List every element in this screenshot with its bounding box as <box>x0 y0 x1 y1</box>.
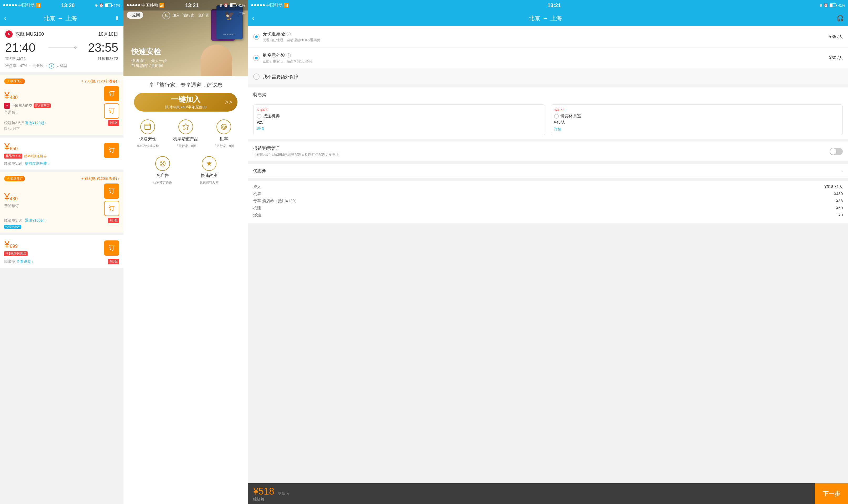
ticket-remain-1: 剩3张 <box>108 120 119 126</box>
special-link-1[interactable]: 详情 <box>257 127 542 131</box>
ticket-meta-3: 经济舱3.5折 退改¥100起 › 剩3张 <box>4 218 119 223</box>
option-title-text-2: 航空意外险 <box>263 52 285 58</box>
option-info-icon-1[interactable]: i <box>287 32 291 36</box>
option-row-2[interactable]: 航空意外险 i 让出行更安心，最高享320万保障 ¥30 /人 <box>248 48 848 69</box>
ticket-meta-2: 经济舱5.2折 提前改期免费 › <box>4 161 119 166</box>
svg-line-9 <box>224 127 225 127</box>
ticket-tags-2: 礼品卡 ¥40 赠¥90接送机券 <box>4 154 47 159</box>
price-row-fuel: 燃油 ¥0 <box>253 213 843 218</box>
option-circle-1[interactable] <box>253 34 260 40</box>
svg-marker-4 <box>183 124 189 130</box>
aircraft-circle[interactable]: ✈ <box>49 63 54 69</box>
punctuality-text: 准点率：47% <box>5 64 27 68</box>
promo-image-content: 快速安检 快速通行，先人一步 节省您的宝贵时间 <box>131 47 167 68</box>
s3-back-button[interactable]: ‹ <box>252 15 254 22</box>
flight-date: 10月10日 <box>98 31 118 37</box>
timer-circle: 3s <box>162 12 170 19</box>
option-circle-3[interactable] <box>253 73 260 80</box>
feature-desc-1: 享10次快速安检 <box>137 144 159 148</box>
feature-item-2: 机票增值产品 「旅行家」8折 <box>170 120 202 148</box>
s2-battery <box>230 3 237 7</box>
share-button[interactable]: ⬆ <box>115 15 119 22</box>
s3-wifi-icon: 📶 <box>284 3 289 8</box>
divider-2 <box>248 139 848 142</box>
depart-airport: 首都机场T2 <box>5 56 26 61</box>
next-step-button[interactable]: 下一步 <box>815 483 848 504</box>
book-button-2[interactable]: 订 <box>104 143 119 158</box>
origin-city: 北京 <box>44 15 55 22</box>
reimburse-row: 报销/购票凭证 可在航班起飞后29日内调整配送日期以打包配送更多凭证 <box>248 142 848 161</box>
depart-time: 21:40 <box>5 40 35 55</box>
book-button-normal-3[interactable]: 订 <box>104 201 119 216</box>
book-button-fast-1[interactable]: 订 <box>104 86 119 101</box>
screen1: 中国移动 📶 13:20 ⊕ ⏰ 44% ‹ 北京 → 上海 ⬆ 东 <box>0 0 123 504</box>
feature-icon-4 <box>155 156 170 171</box>
s3-headphone-button[interactable]: 🎧 <box>837 15 844 22</box>
join-arrows-icon: >> <box>225 98 232 106</box>
special-item-2: 省¥152 贵宾休息室 ¥48/人 详情 <box>551 105 843 135</box>
battery-indicator <box>105 3 112 7</box>
book-button-4[interactable]: 订 <box>104 240 119 256</box>
ticket-main-4: ¥699 含1晚任选酒店 订 <box>4 239 119 257</box>
ticket-price-section-2: ¥650 礼品卡 ¥40 赠¥90接送机券 <box>4 141 47 160</box>
promo-detail: 节省您的宝贵时间 <box>131 63 167 68</box>
feature-grid: 快速安检 享10次快速安检 机票增值产品 「旅行家」8折 <box>131 117 240 154</box>
special-link-2[interactable]: 详情 <box>554 127 839 132</box>
special-price-2: ¥48/人 <box>554 120 839 125</box>
flight-times: 21:40 23:55 <box>5 40 118 55</box>
hand-decoration <box>201 44 232 76</box>
ticket-tags-4: 含1晚任选酒店 <box>4 251 28 256</box>
nav-title: 北京 → 上海 <box>44 15 77 22</box>
ticket-class-1: 经济舱3.5折 退改¥129起 › <box>4 121 47 125</box>
bottom-detail-button[interactable]: 明细 ∧ <box>278 491 290 496</box>
back-button-s2[interactable]: ‹ 返回 <box>127 12 143 19</box>
extra-tag-row: 快线优惠改 <box>4 224 119 229</box>
special-purchase-header: 特惠购 <box>248 87 848 101</box>
reimburse-toggle[interactable] <box>830 148 843 155</box>
s3-status-right: ⊕ ⏰ 41% <box>819 3 845 7</box>
screen3: 中国移动 📶 13:21 ⊕ ⏰ 41% ‹ 北京 → 上海 🎧 <box>248 0 848 504</box>
back-button[interactable]: ‹ <box>4 15 6 22</box>
s3-time: 13:21 <box>548 2 561 8</box>
airline-badge-logo-text: 东 <box>6 104 8 107</box>
coupon-row[interactable]: 优惠券 › <box>248 164 848 178</box>
price-row-car-hotel: 专车·酒店券（抵用¥120） ¥38 <box>253 198 843 203</box>
ticket-price-value: ¥430 <box>834 191 843 196</box>
aircraft-icon: ✈ <box>50 64 53 68</box>
fuel-price: ¥0 <box>838 213 843 218</box>
back-chevron-icon: ‹ <box>130 13 131 17</box>
option-row-1[interactable]: 无忧退票险 i 无理由任性退，自动理赔80.0%退票费 ¥35 /人 <box>248 26 848 48</box>
s2-signal-dots <box>127 4 140 6</box>
s3-battery-pct: 41% <box>838 3 845 7</box>
dest-city: 上海 <box>65 15 77 22</box>
ticket-remain-4: 剩3张 <box>108 259 119 264</box>
book-type-1: 普通预订 <box>4 110 51 115</box>
special-save-badge-2: 省¥152 <box>554 108 839 112</box>
s3-content: 无忧退票险 i 无理由任性退，自动理赔80.0%退票费 ¥35 /人 航空意外险… <box>248 26 848 483</box>
fast-badge-1: ⚡极速预订 <box>4 78 25 84</box>
option-circle-2[interactable] <box>253 55 260 61</box>
ticket-class-2: 经济舱5.2折 提前改期免费 › <box>4 161 49 166</box>
reimburse-subtitle: 可在航班起飞后29日内调整配送日期以打包配送更多凭证 <box>253 152 830 157</box>
status-time: 13:20 <box>61 2 75 8</box>
promo-title: 快速安检 <box>131 47 167 57</box>
location-icon: ⊕ <box>95 3 98 7</box>
option-text-3: 我不需要额外保障 <box>263 74 843 80</box>
join-btn-sub: 限时特惠 ¥40/半年原价88 <box>165 105 207 110</box>
screen2-status-bar: 中国移动 📶 13:21 ⊕ ⏰ 41% <box>123 0 248 11</box>
option-row-3[interactable]: 我不需要额外保障 <box>248 69 848 85</box>
screen1-nav-bar: ‹ 北京 → 上海 ⬆ <box>0 11 123 26</box>
official-badge: 官方直营店 <box>34 104 51 108</box>
meal-text: 无餐饮 <box>33 64 44 68</box>
wifi-icon: 📶 <box>36 3 41 8</box>
special-header-text: 特惠购 <box>253 92 267 97</box>
book-button-normal-1[interactable]: 订 <box>104 104 119 119</box>
option-info-icon-2[interactable]: i <box>287 53 291 57</box>
special-radio-1[interactable] <box>257 114 261 119</box>
screen1-status-left: 中国移动 📶 <box>3 3 41 8</box>
book-button-fast-3[interactable]: 订 <box>104 183 119 199</box>
price-row-tax: 机建 ¥50 <box>253 205 843 211</box>
special-radio-2[interactable] <box>554 114 559 119</box>
join-button[interactable]: 一键加入 限时特惠 ¥40/半年原价88 >> <box>134 93 238 111</box>
feature-desc-5: 急速预订占座 <box>200 181 219 185</box>
